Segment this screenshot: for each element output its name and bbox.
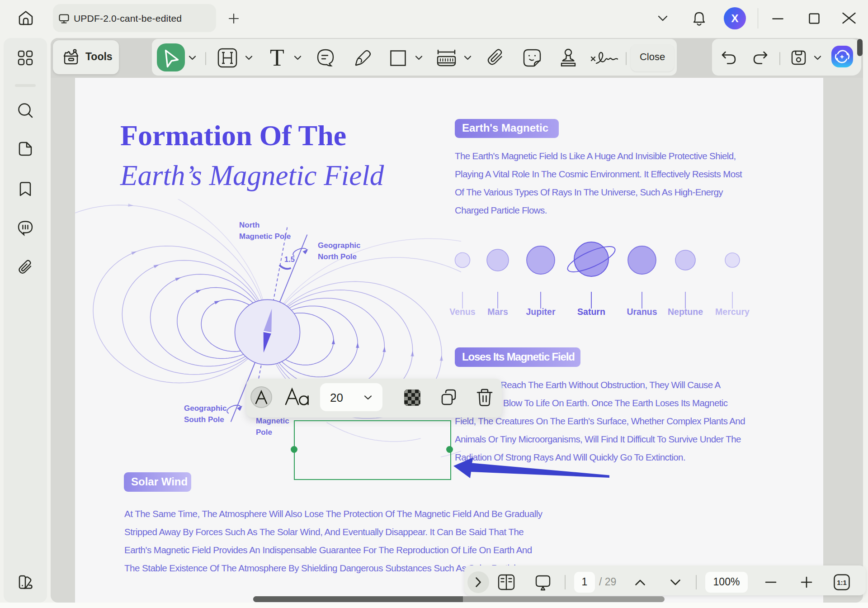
svg-text:1:1: 1:1	[837, 579, 847, 586]
